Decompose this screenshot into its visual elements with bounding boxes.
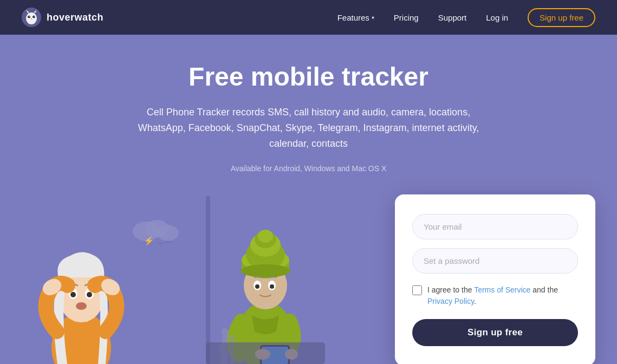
hero-section: Free mobile tracker Cell Phone Tracker r… <box>0 35 617 364</box>
hero-bottom: ⚡ 〜 〜 <box>0 194 617 364</box>
nav-link-support[interactable]: Support <box>438 13 467 22</box>
navbar: hoverwatch Features ▾ Pricing Support Lo… <box>0 0 617 35</box>
svg-point-38 <box>258 230 273 243</box>
logo-text: hoverwatch <box>47 12 103 23</box>
svg-point-6 <box>29 16 30 17</box>
svg-point-42 <box>255 284 259 289</box>
privacy-policy-link[interactable]: Privacy Policy <box>427 297 474 306</box>
svg-text:〜: 〜 <box>157 240 164 248</box>
illustration-svg: ⚡ 〜 〜 <box>0 196 368 364</box>
svg-point-5 <box>33 16 35 18</box>
hero-subtitle: Cell Phone Tracker records SMS, call his… <box>125 105 493 151</box>
chevron-down-icon: ▾ <box>372 15 374 21</box>
svg-rect-28 <box>206 196 210 364</box>
logo-area: hoverwatch <box>22 8 103 27</box>
svg-point-25 <box>76 302 87 310</box>
email-input[interactable] <box>412 214 578 239</box>
logo-icon <box>22 8 41 27</box>
svg-point-43 <box>270 284 274 289</box>
nav-link-features[interactable]: Features ▾ <box>337 13 374 22</box>
svg-text:〜: 〜 <box>165 238 173 246</box>
nav-link-pricing[interactable]: Pricing <box>394 13 419 22</box>
svg-rect-48 <box>206 342 325 364</box>
signup-card: I agree to the Terms of Service and the … <box>395 194 595 364</box>
terms-text: I agree to the Terms of Service and the … <box>427 284 578 307</box>
svg-point-24 <box>87 292 92 297</box>
terms-of-service-link[interactable]: Terms of Service <box>474 285 530 294</box>
svg-point-7 <box>34 16 35 17</box>
svg-point-39 <box>241 264 290 277</box>
svg-point-23 <box>70 292 76 297</box>
signup-button[interactable]: Sign up free <box>412 319 578 346</box>
terms-checkbox[interactable] <box>412 285 422 295</box>
svg-text:⚡: ⚡ <box>144 236 154 246</box>
password-input[interactable] <box>412 248 578 274</box>
illustration-area: ⚡ 〜 〜 <box>0 196 368 364</box>
hero-available-text: Available for Android, Windows and Mac O… <box>231 164 387 173</box>
nav-signup-button[interactable]: Sign up free <box>528 8 595 27</box>
nav-links: Features ▾ Pricing Support Log in Sign u… <box>337 8 595 27</box>
hero-title: Free mobile tracker <box>189 62 428 92</box>
svg-point-4 <box>28 16 30 18</box>
nav-link-login[interactable]: Log in <box>486 13 508 22</box>
terms-row: I agree to the Terms of Service and the … <box>412 284 578 307</box>
